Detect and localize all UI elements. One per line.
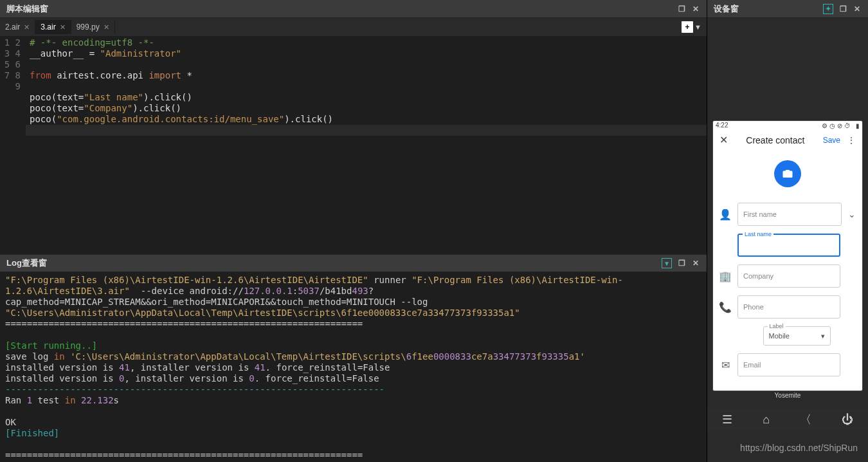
code-line: # -*- encoding=utf8 -*-: [30, 37, 154, 48]
log-output[interactable]: "F:\Program Files (x86)\AirtestIDE-win-1…: [0, 272, 707, 462]
code-content[interactable]: # -*- encoding=utf8 -*- __author__ = "Ad…: [26, 36, 707, 254]
power-icon[interactable]: ⏻: [842, 413, 853, 427]
code-line: from airtest.core.api import *: [30, 70, 192, 80]
log-text: test: [32, 395, 65, 405]
phone-form: 👤 First name ⌄ Last name 🏢 Company: [713, 150, 862, 391]
tab-menu-chevron-icon[interactable]: ▼: [694, 23, 701, 31]
log-text: s: [114, 395, 119, 405]
last-name-field[interactable]: Last name: [737, 234, 840, 257]
device-body: 4:22 ⚙ ◷ ⊘ ⏱ ▮ ✕ Create contact Save ⋮ 👤…: [707, 18, 868, 462]
line-gutter: 1 2 3 4 5 6 7 8 9: [0, 36, 26, 254]
more-icon[interactable]: ⋮: [847, 135, 856, 145]
save-button[interactable]: Save: [823, 136, 840, 145]
log-text: a1': [569, 351, 585, 362]
log-text: "F:\Program Files (x86)\AirtestIDE-win-1…: [5, 275, 368, 285]
camera-icon: [782, 168, 793, 180]
log-text: in: [65, 395, 76, 405]
log-text: 127.0.0.1: [244, 286, 293, 296]
field-hint: Last name: [743, 231, 773, 237]
select-value: Mobile: [769, 332, 790, 340]
log-text: /b41bd: [320, 286, 352, 296]
log-text: 6: [406, 351, 411, 362]
log-text: ce7a: [471, 351, 493, 362]
log-text: f: [536, 351, 541, 362]
menu-icon[interactable]: ☰: [722, 412, 732, 427]
person-icon: 👤: [719, 208, 731, 221]
tab-label: 2.air: [5, 23, 20, 32]
log-text: installed version is: [5, 373, 119, 383]
company-field[interactable]: Company: [737, 264, 840, 288]
code-editor[interactable]: 1 2 3 4 5 6 7 8 9 # -*- encoding=utf8 -*…: [0, 36, 707, 254]
phone-label-select[interactable]: Label Mobile ▾: [763, 326, 831, 346]
editor-titlebar: 脚本编辑窗 ❐ ✕: [0, 0, 707, 18]
device-title: 设备窗: [714, 3, 739, 15]
device-close-button[interactable]: ✕: [853, 5, 862, 14]
chevron-down-icon: ▾: [821, 332, 825, 340]
log-text: , installer version is: [124, 373, 249, 383]
tab-3air[interactable]: 3.air ✕: [35, 20, 71, 34]
log-text: [Finished]: [5, 428, 59, 438]
status-time: 4:22: [716, 122, 728, 129]
company-icon: 🏢: [719, 270, 731, 282]
log-text: f1ee: [411, 351, 433, 362]
log-divider: ========================================…: [5, 319, 363, 329]
close-icon[interactable]: ✕: [60, 23, 66, 32]
log-text: . force_reinstall=False: [266, 362, 390, 373]
home-icon[interactable]: ⌂: [763, 413, 770, 427]
log-text: Ran: [5, 395, 27, 405]
field-placeholder: Phone: [743, 303, 764, 311]
device-screen[interactable]: 4:22 ⚙ ◷ ⊘ ⏱ ▮ ✕ Create contact Save ⋮ 👤…: [713, 121, 862, 391]
log-text: . force_reinstall=False: [255, 373, 379, 383]
log-text: [76, 395, 81, 405]
field-placeholder: Email: [743, 361, 761, 369]
code-line: poco("com.google.android.contacts:id/men…: [30, 114, 333, 124]
phone-icon: 📞: [719, 301, 731, 313]
appbar-title: Create contact: [746, 135, 804, 145]
add-photo-button[interactable]: [774, 160, 801, 187]
field-placeholder: Company: [743, 272, 773, 280]
log-text: 41: [119, 362, 130, 373]
close-icon[interactable]: ✕: [24, 23, 30, 32]
chevron-down-icon[interactable]: ⌄: [848, 209, 856, 219]
email-field[interactable]: Email: [737, 353, 840, 376]
watermark: https://blog.csdn.net/ShipRun: [740, 443, 858, 453]
device-nav-bar: ☰ ⌂ 〈 ⏻: [707, 408, 868, 431]
device-name-label: Yosemite: [775, 392, 801, 399]
log-text: OK: [5, 417, 16, 427]
log-title: Log查看窗: [6, 257, 47, 269]
log-text: 'C:\Users\Administrator\AppData\Local\Te…: [65, 351, 406, 362]
tab-add-controls: + ▼: [682, 21, 707, 33]
phone-status-bar: 4:22 ⚙ ◷ ⊘ ⏱ ▮: [713, 121, 862, 130]
wrench-icon[interactable]: ✦: [823, 4, 833, 14]
close-icon[interactable]: ✕: [719, 134, 728, 146]
log-divider: ========================================…: [5, 450, 363, 460]
back-icon[interactable]: 〈: [800, 412, 811, 427]
select-hint: Label: [768, 323, 786, 329]
tab-999py[interactable]: 999.py ✕: [71, 20, 115, 34]
log-text: "C:\Users\Administrator\AppData\Local\Te…: [5, 308, 520, 318]
editor-close-button[interactable]: ✕: [691, 5, 700, 14]
log-text: save log: [5, 351, 54, 362]
phone-field[interactable]: Phone: [737, 295, 840, 319]
editor-title: 脚本编辑窗: [6, 3, 48, 15]
editor-restore-button[interactable]: ❐: [677, 5, 686, 14]
device-restore-button[interactable]: ❐: [838, 5, 847, 14]
code-line: __author__ = "Administrator": [30, 48, 181, 59]
filter-icon[interactable]: ▼: [662, 258, 672, 268]
log-close-button[interactable]: ✕: [691, 259, 700, 268]
first-name-field[interactable]: First name: [737, 203, 842, 226]
tab-2air[interactable]: 2.air ✕: [0, 20, 35, 34]
device-titlebar: 设备窗 ✦ ❐ ✕: [707, 0, 868, 18]
code-line: poco(text="Last name").click(): [30, 92, 192, 102]
close-icon[interactable]: ✕: [104, 23, 109, 32]
log-divider: ----------------------------------------…: [5, 384, 384, 394]
log-text: , installer version is: [130, 362, 255, 373]
log-text: 41: [255, 362, 266, 373]
add-tab-button[interactable]: +: [682, 21, 693, 33]
log-text: 0000833: [433, 351, 471, 362]
log-text: 33477373: [493, 351, 536, 362]
status-icons: ⚙ ◷ ⊘ ⏱ ▮: [822, 122, 860, 129]
code-line: poco(text="Company").click(): [30, 103, 181, 113]
log-restore-button[interactable]: ❐: [677, 259, 686, 268]
log-text: [Start running..]: [5, 340, 97, 351]
